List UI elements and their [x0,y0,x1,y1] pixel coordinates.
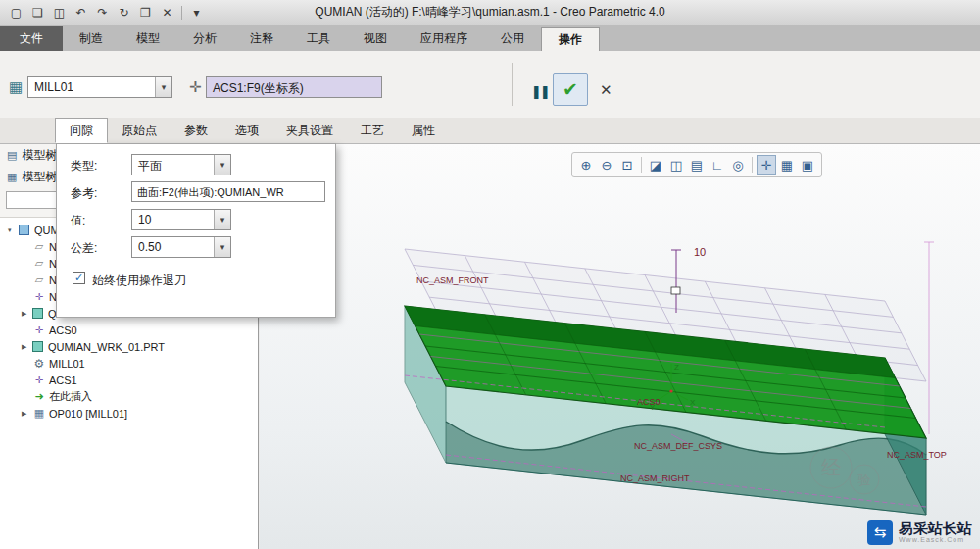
expander-icon[interactable]: ▶ [22,343,32,351]
title-bar: ▢ ❏ ◫ ↶ ↷ ↻ ❐ ✕ ▾ QUMIAN (活动的) F:\晴峰学习\q… [0,0,980,25]
tree-item-csys[interactable]: ✛ ACS0 [0,322,258,338]
site-logo-icon: ⇆ [867,520,893,545]
csys-collector-field[interactable]: ACS1:F9(坐标系) [206,76,382,98]
tab-model[interactable]: 模型 [120,26,176,51]
saved-orientations-button[interactable]: ▤ [687,155,707,175]
value-value: 10 [132,210,214,229]
window-button[interactable]: ❐ [135,3,156,23]
value-label: 值: [71,213,85,229]
open-file-icon: ❏ [32,6,43,20]
chevron-down-icon[interactable]: ▾ [214,237,230,257]
save-button[interactable]: ◫ [49,3,70,23]
3d-model-scene[interactable]: 10 Z X Y ACS0 NC_ASM_FRONT NC_ASM_DEF_CS… [260,144,980,549]
expander-icon[interactable]: ▶ [22,410,32,418]
undo-icon: ↶ [75,6,85,20]
part-icon [32,308,43,319]
save-icon: ◫ [54,6,65,20]
default-csys-label: NC_ASM_DEF_CSYS [634,441,722,451]
close-window-button[interactable]: ✕ [157,3,177,23]
expander-icon[interactable]: ▶ [22,310,32,318]
tab-file[interactable]: 文件 [0,26,63,51]
regenerate-icon: ↻ [119,6,128,20]
tab-view[interactable]: 视图 [347,26,404,51]
repaint-icon: ◪ [650,158,662,173]
tab-applications[interactable]: 应用程序 [404,26,484,51]
tab-analysis[interactable]: 分析 [176,26,233,51]
pause-icon: ❚❚ [531,84,549,99]
undo-button[interactable]: ↶ [71,3,91,23]
datum-display-button[interactable]: ∟ [708,155,727,175]
mill-workcell-icon: ⚙ [32,357,46,371]
tab-clearance[interactable]: 间隙 [55,118,108,143]
reference-collector-field[interactable]: 曲面:F2(伸出项):QUMIAN_WR [131,181,325,202]
tab-process[interactable]: 工艺 [347,118,398,143]
always-use-retract-label: 始终使用操作退刀 [92,273,186,289]
open-file-button[interactable]: ❏ [27,3,48,23]
display-style-icon: ◫ [670,158,682,173]
tab-fixture-setup[interactable]: 夹具设置 [272,118,347,143]
tab-operation[interactable]: 操作 [541,27,600,51]
regenerate-button[interactable]: ↻ [114,3,134,23]
insert-arrow-icon: ➜ [32,390,46,403]
tab-origin[interactable]: 原始点 [108,118,171,143]
toolbar-separator [641,157,642,173]
tab-tools[interactable]: 工具 [290,26,347,51]
tree-item-csys[interactable]: ✛ ACS1 [0,372,258,388]
tab-parameters[interactable]: 参数 [171,118,221,143]
zoom-in-button[interactable]: ⊕ [576,155,596,175]
customize-toolbar-button[interactable]: ▾ [186,3,207,23]
always-use-retract-checkbox[interactable]: ✓ [73,272,85,284]
view-manager-button[interactable]: ▦ [777,155,797,175]
tab-properties[interactable]: 属性 [398,118,449,143]
chevron-down-icon[interactable]: ▾ [214,155,230,175]
tree-item-label: OP010 [MILL01] [49,408,127,420]
workcell-combobox[interactable]: MILL01 ▾ [27,76,172,98]
tolerance-value: 0.50 [132,237,214,257]
tab-common[interactable]: 公用 [484,26,541,51]
toolbar-separator [181,6,182,20]
redo-button[interactable]: ↷ [92,3,113,23]
repaint-button[interactable]: ◪ [646,155,665,175]
tab-options[interactable]: 选项 [221,118,272,143]
new-file-button[interactable]: ▢ [6,3,26,23]
type-value: 平面 [132,155,214,175]
pause-button[interactable]: ❚❚ [525,78,549,104]
tab-annotate[interactable]: 注释 [233,26,290,51]
tree-item-workcell[interactable]: ⚙ MILL01 [0,355,258,372]
expander-icon[interactable]: ▾ [8,226,19,234]
tab-manufacturing[interactable]: 制造 [63,26,120,51]
reference-label: 参考: [71,185,97,202]
clearance-panel: 类型: 平面 ▾ 参考: 曲面:F2(伸出项):QUMIAN_WR 值: 10 … [56,143,336,318]
cancel-button[interactable]: ✕ [594,76,617,104]
zoom-out-button[interactable]: ⊖ [597,155,616,175]
display-style-button[interactable]: ◫ [666,155,686,175]
annotation-display-button[interactable]: ◎ [728,155,748,175]
spin-center-button[interactable]: ✛ [757,155,776,175]
acs0-label: ACS0 [637,397,661,407]
navigator-title: 模型树 [22,147,57,164]
chevron-down-icon: ▾ [193,6,199,20]
csys-origin-dot [669,389,672,392]
tree-item-operation[interactable]: ▶ ▦ OP010 [MILL01] [0,405,258,422]
tree-item-label: MILL01 [49,358,85,370]
tree-item-insert-here[interactable]: ➜ 在此插入 [0,388,258,405]
csys-value: ACS1:F9(坐标系) [213,81,304,95]
chevron-down-icon[interactable]: ▾ [155,77,172,97]
type-label: 类型: [71,158,97,175]
datum-plane-icon: ▱ [32,257,46,270]
value-combobox[interactable]: 10 ▾ [131,209,231,230]
graphics-area[interactable]: ⊕ ⊖ ⊡ ◪ ◫ ▤ ∟ ◎ ✛ ▦ ▣ [260,144,980,549]
tree-item-part[interactable]: ▶ QUMIAN_WRK_01.PRT [0,338,258,355]
confirm-button[interactable]: ✔ [553,73,588,106]
chevron-down-icon[interactable]: ▾ [214,210,230,229]
drag-handle[interactable] [671,287,680,294]
dashboard-separator [512,63,513,106]
creo-parametric-window: ▢ ❏ ◫ ↶ ↷ ↻ ❐ ✕ ▾ QUMIAN (活动的) F:\晴峰学习\q… [0,0,980,549]
refit-button[interactable]: ⊡ [617,155,637,175]
tolerance-combobox[interactable]: 0.50 ▾ [131,236,231,258]
tree-item-label: 在此插入 [49,389,92,404]
perspective-button[interactable]: ▣ [798,155,817,175]
site-watermark-badge: ⇆ 易采站长站 Www.Easck.Com [867,520,972,545]
view-manager-icon: ▦ [781,158,793,173]
type-combobox[interactable]: 平面 ▾ [131,154,231,175]
